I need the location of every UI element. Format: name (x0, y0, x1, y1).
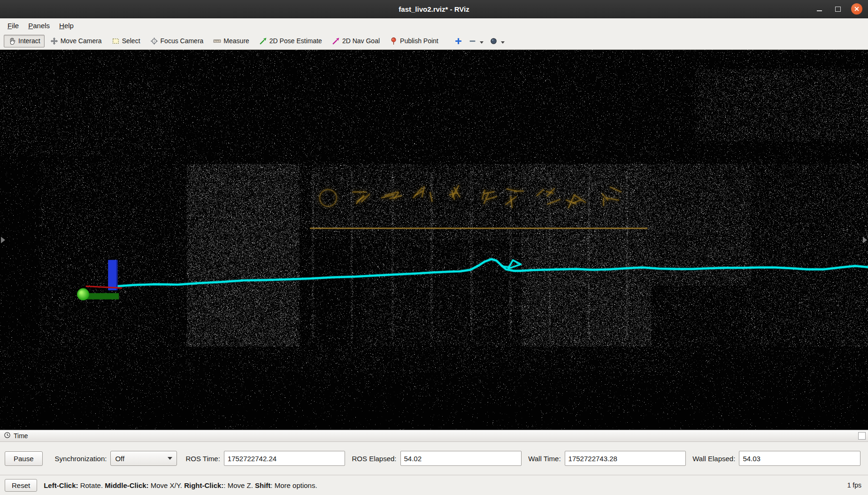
hand-icon (8, 37, 16, 45)
synchronization-value: Off (115, 455, 124, 463)
reset-button[interactable]: Reset (5, 479, 37, 492)
tool-label: 2D Nav Goal (342, 37, 380, 45)
tool-label: Measure (223, 37, 249, 45)
tool-label: Publish Point (400, 37, 438, 45)
wall-time-label: Wall Time: (528, 455, 561, 463)
tool-options-button[interactable] (487, 35, 507, 47)
menu-help[interactable]: Help (54, 20, 78, 31)
tool-move-camera[interactable]: Move Camera (46, 35, 106, 47)
minimize-icon (817, 10, 822, 11)
toolbar: Interact Move Camera Select Focus Camera (0, 32, 868, 50)
tool-2d-pose-estimate[interactable]: 2D Pose Estimate (255, 35, 326, 47)
focus-crosshair-icon (150, 37, 158, 45)
green-arrow-icon (259, 37, 267, 45)
ros-elapsed-label: ROS Elapsed: (352, 455, 396, 463)
render-panel (0, 50, 868, 430)
maximize-icon (835, 7, 841, 12)
plus-icon (454, 37, 462, 45)
wall-time-field[interactable] (565, 451, 686, 466)
tool-label: Select (122, 37, 140, 45)
maximize-button[interactable] (832, 3, 844, 15)
wall-elapsed-field[interactable] (739, 451, 860, 466)
clock-icon (4, 432, 11, 440)
tool-measure[interactable]: Measure (209, 35, 253, 47)
chevron-down-icon (480, 41, 484, 44)
tool-label: 2D Pose Estimate (269, 37, 322, 45)
panel-detach-button[interactable] (858, 432, 866, 440)
ros-time-field[interactable] (224, 451, 346, 466)
rviz-window: fast_livo2.rviz* - RViz File Panels Help… (0, 0, 868, 495)
tool-publish-point[interactable]: Publish Point (385, 35, 443, 47)
menubar: File Panels Help (0, 18, 868, 32)
minus-icon (469, 37, 476, 45)
time-controls: Pause Synchronization: Off ROS Time: ROS… (0, 442, 868, 475)
tool-select[interactable]: Select (108, 35, 145, 47)
expand-right-panel-button[interactable] (863, 237, 867, 243)
expand-left-panel-button[interactable] (1, 237, 5, 243)
tool-label: Move Camera (61, 37, 102, 45)
statusbar-help-text: Left-Click: Rotate. Middle-Click: Move X… (44, 481, 847, 489)
synchronization-dropdown[interactable]: Off (110, 451, 177, 466)
ros-elapsed-field[interactable] (400, 451, 522, 466)
magenta-arrow-icon (332, 37, 340, 45)
menu-panels[interactable]: Panels (23, 20, 54, 31)
3d-viewport[interactable] (0, 50, 868, 430)
close-button[interactable] (851, 3, 862, 15)
pause-button[interactable]: Pause (5, 451, 43, 466)
tool-interact[interactable]: Interact (4, 35, 45, 47)
wall-elapsed-label: Wall Elapsed: (692, 455, 735, 463)
sphere-icon (490, 37, 498, 45)
add-tool-button[interactable] (452, 35, 465, 47)
window-title: fast_livo2.rviz* - RViz (0, 5, 868, 13)
fps-counter: 1 fps (847, 481, 863, 489)
ros-time-label: ROS Time: (185, 455, 220, 463)
tool-focus-camera[interactable]: Focus Camera (146, 35, 208, 47)
statusbar: Reset Left-Click: Rotate. Middle-Click: … (0, 475, 868, 495)
chevron-down-icon (168, 457, 172, 460)
time-panel-title: Time (14, 432, 28, 440)
titlebar[interactable]: fast_livo2.rviz* - RViz (0, 0, 868, 18)
tool-label: Focus Camera (161, 37, 204, 45)
point-balloon-icon (390, 37, 398, 45)
move-arrows-icon (50, 37, 58, 45)
minimize-button[interactable] (814, 3, 825, 15)
time-panel-header[interactable]: Time (0, 430, 868, 442)
ruler-icon (213, 37, 221, 45)
selection-box-icon (112, 37, 120, 45)
menu-file[interactable]: File (3, 20, 23, 31)
remove-tool-button[interactable] (466, 35, 486, 47)
synchronization-label: Synchronization: (55, 455, 107, 463)
tool-label: Interact (18, 37, 40, 45)
window-controls (814, 3, 868, 15)
tool-2d-nav-goal[interactable]: 2D Nav Goal (328, 35, 384, 47)
chevron-down-icon (501, 41, 505, 44)
